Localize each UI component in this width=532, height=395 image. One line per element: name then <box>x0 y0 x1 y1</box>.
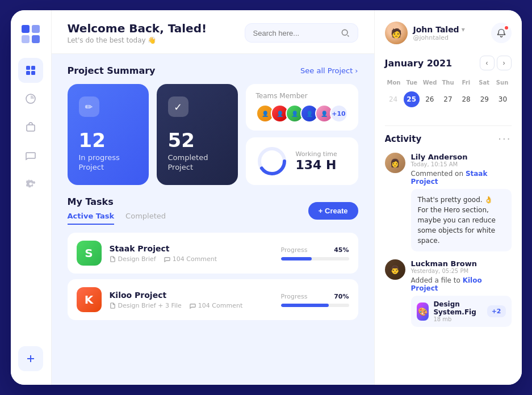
sidebar-add[interactable] <box>18 346 43 371</box>
kiloo-name: Kiloo Project <box>110 291 273 300</box>
staak-progress-bar <box>281 257 349 260</box>
profile-section: 🧑 John Taled ▾ @johntaled <box>385 22 512 44</box>
app-logo <box>20 24 41 44</box>
header-title: Welcome Back, Taled! Let's do the best t… <box>68 22 207 44</box>
project-summary-header: Project Summary See all Project › <box>68 65 358 76</box>
kiloo-progress: Progress 70% <box>281 293 349 307</box>
kiloo-file: Design Brief + 3 File <box>110 302 182 309</box>
staak-meta: Design Brief 104 Comment <box>110 255 273 263</box>
staak-comment: 104 Comment <box>164 255 217 263</box>
calendar-grid: Mon Tue Wed Thu Fri Sat Sun 24 25 26 27 … <box>385 77 512 107</box>
day-thu: Thu <box>439 77 457 88</box>
chevron-down-icon[interactable]: ▾ <box>462 26 465 33</box>
staak-file: Design Brief <box>110 255 156 263</box>
sidebar-item-settings[interactable] <box>18 171 43 196</box>
activity-item-lily: 👩 Lily Anderson Today, 10:15 AM Commente… <box>385 153 512 251</box>
sidebar-item-analytics[interactable] <box>18 86 43 111</box>
cal-date-27[interactable]: 27 <box>440 91 456 107</box>
cal-date-28[interactable]: 28 <box>458 91 474 107</box>
file-info: Design System.Fig 18 mb <box>433 300 482 322</box>
team-member-box: Teams Member 👤 👤 👤 👤 👤 +10 <box>246 84 358 131</box>
activity-section: Activity ··· 👩 Lily Anderson Today, 10:1… <box>385 133 512 373</box>
project-summary-title: Project Summary <box>68 65 156 76</box>
cal-prev-button[interactable]: ‹ <box>480 56 495 70</box>
search-icon <box>341 28 350 37</box>
completed-icon: ✓ <box>168 96 188 117</box>
staak-progress: Progress 45% <box>281 246 349 260</box>
svg-rect-6 <box>26 71 30 75</box>
tasks-section: My Tasks Active Task Completed + Create … <box>68 196 358 320</box>
completed-card[interactable]: ✓ 52 CompletedProject <box>157 84 238 185</box>
sidebar-item-dashboard[interactable] <box>18 58 43 83</box>
day-wed: Wed <box>421 77 439 88</box>
tasks-title-area: My Tasks Active Task Completed <box>68 196 166 225</box>
kiloo-meta: Design Brief + 3 File 104 Comment <box>110 302 273 309</box>
file-more: +2 <box>487 305 506 317</box>
calendar-title: January 2021 <box>385 58 453 69</box>
calendar-section: January 2021 ‹ › Mon Tue Wed Thu Fri Sat… <box>385 56 512 107</box>
activity-more-button[interactable]: ··· <box>498 133 511 145</box>
file-icon: 🎨 <box>417 302 429 321</box>
in-progress-card[interactable]: ✏️ 12 In progressProject <box>68 84 149 185</box>
file-size: 18 mb <box>433 316 482 322</box>
project-summary-section: Project Summary See all Project › ✏️ 12 … <box>68 65 358 185</box>
working-hours: 134 H <box>296 158 337 172</box>
notification-bell[interactable] <box>491 23 512 43</box>
file-card[interactable]: 🎨 Design System.Fig 18 mb +2 <box>411 296 512 327</box>
sidebar-item-projects[interactable] <box>18 115 43 140</box>
kiloo-progress-bar <box>281 304 349 307</box>
cal-date-30[interactable]: 30 <box>495 91 510 107</box>
create-button[interactable]: + Create <box>308 202 358 220</box>
see-all-projects[interactable]: See all Project › <box>300 66 358 75</box>
activity-title: Activity <box>385 134 422 144</box>
sidebar-nav <box>18 58 43 342</box>
task-item-staak[interactable]: S Staak Project Design Brief 104 <box>68 233 358 274</box>
team-working-section: Teams Member 👤 👤 👤 👤 👤 +10 <box>246 84 358 185</box>
tab-completed[interactable]: Completed <box>125 212 166 225</box>
day-sun: Sun <box>493 77 512 88</box>
right-panel: 🧑 John Taled ▾ @johntaled January 2021 <box>374 10 522 385</box>
svg-rect-0 <box>22 25 30 33</box>
in-progress-number: 12 <box>79 131 137 150</box>
search-bar[interactable] <box>245 23 358 43</box>
staak-icon: S <box>77 241 102 266</box>
task-item-kiloo[interactable]: K Kiloo Project Design Brief + 3 File <box>68 279 358 320</box>
sidebar <box>11 10 52 385</box>
luckman-content: Luckman Brown Yesterday, 05:25 PM Added … <box>411 259 512 327</box>
day-fri: Fri <box>457 77 475 88</box>
cal-next-button[interactable]: › <box>497 56 512 70</box>
working-label: Working time <box>296 150 337 158</box>
working-info: Working time 134 H <box>296 150 337 172</box>
calendar-header: January 2021 ‹ › <box>385 56 512 70</box>
cal-date-29[interactable]: 29 <box>476 91 492 107</box>
lily-time: Today, 10:15 AM <box>411 161 512 167</box>
kiloo-icon: K <box>77 287 102 312</box>
tab-active-task[interactable]: Active Task <box>68 212 115 225</box>
lily-content: Lily Anderson Today, 10:15 AM Commented … <box>411 153 512 251</box>
sidebar-item-messages[interactable] <box>18 143 43 168</box>
in-progress-label: In progressProject <box>79 153 137 173</box>
svg-rect-9 <box>27 125 35 131</box>
file-name: Design System.Fig <box>433 300 482 316</box>
svg-rect-4 <box>26 66 30 70</box>
main-header: Welcome Back, Taled! Let's do the best t… <box>52 10 374 54</box>
avatar-more: +10 <box>330 104 348 123</box>
lily-action: Commented on Staak Project <box>411 170 512 186</box>
cal-date-24[interactable]: 24 <box>386 91 401 107</box>
tasks-tabs: Active Task Completed <box>68 212 166 225</box>
welcome-title: Welcome Back, Taled! <box>68 22 207 35</box>
kiloo-comment: 104 Comment <box>190 302 242 309</box>
svg-rect-1 <box>32 25 40 33</box>
search-input[interactable] <box>253 29 336 37</box>
cal-days-header: Mon Tue Wed Thu Fri Sat Sun <box>385 77 512 88</box>
activity-header: Activity ··· <box>385 133 512 145</box>
kiloo-progress-fill <box>281 304 329 307</box>
svg-rect-5 <box>31 66 35 70</box>
luckman-action: Added a file to Kiloo Project <box>411 276 512 292</box>
cal-date-25-today[interactable]: 25 <box>404 91 420 107</box>
svg-rect-2 <box>22 35 30 43</box>
cal-date-26[interactable]: 26 <box>422 91 438 107</box>
lily-bubble: That's pretty good. 👌 For the Hero secti… <box>411 189 512 251</box>
tasks-header: My Tasks Active Task Completed + Create <box>68 196 358 225</box>
welcome-subtitle: Let's do the best today 👋 <box>68 36 207 44</box>
